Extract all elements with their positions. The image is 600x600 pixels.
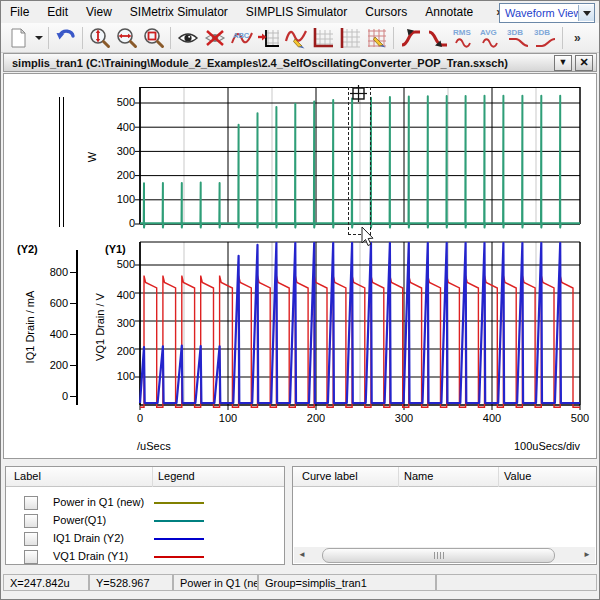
grid-vertical-line-icon <box>338 26 362 50</box>
curve-rise-button[interactable] <box>397 24 424 51</box>
toolbar-overflow-chevron[interactable]: » <box>574 31 581 45</box>
w-axis-tick: 0 <box>105 217 135 229</box>
menu-cursors[interactable]: Cursors <box>356 2 416 22</box>
axes-grid-icon <box>311 26 335 50</box>
zoom-rectangle-button[interactable] <box>140 24 167 51</box>
rms-icon: RMS <box>452 26 478 50</box>
hide-curve-button[interactable] <box>201 24 228 51</box>
toolbar-separator <box>393 27 394 49</box>
status-group: Group=simplis_tran1 <box>258 574 436 591</box>
y2-axis-tickmark <box>70 334 76 335</box>
curve-label: Power(Q1) <box>53 514 106 526</box>
graph-window-titlebar[interactable]: simplis_tran1 (C:\Training\Module_2_Exam… <box>3 53 597 72</box>
curve-checkbox[interactable] <box>24 550 38 564</box>
legend-row[interactable]: VQ1 Drain (Y1) <box>6 548 284 566</box>
status-cursor-x: X=247.842u <box>3 574 89 591</box>
axis-grab-handle[interactable] <box>63 97 64 227</box>
y2-axis-tickmark <box>70 396 76 397</box>
legend-row[interactable]: Power in Q1 (new) <box>6 494 284 512</box>
w-axis-tick: 500 <box>105 96 135 108</box>
scrollbar-thumb[interactable] <box>322 548 555 563</box>
undo-button[interactable] <box>52 24 79 51</box>
scroll-left-arrow[interactable]: ◄ <box>294 547 310 563</box>
header-name: Name <box>404 470 433 482</box>
menu-bar: File Edit View SIMetrix Simulator SIMPLI… <box>1 1 599 23</box>
svg-text:3DB: 3DB <box>534 28 550 37</box>
viewer-mode-dropdown-button[interactable] <box>578 5 594 21</box>
y2-axis-tick: 400 <box>40 328 68 340</box>
menu-simetrix-simulator[interactable]: SIMetrix Simulator <box>121 2 237 22</box>
waveform-graph-panel[interactable]: 0 100 200 300 400 500 W (Y2) (Y1) 800 60… <box>3 73 597 459</box>
zoom-vertical-icon <box>88 26 112 50</box>
legend-row[interactable]: IQ1 Drain (Y2) <box>6 530 284 548</box>
y2-axis-tick: 200 <box>40 359 68 371</box>
horizontal-scrollbar[interactable]: ◄ ► <box>294 547 595 563</box>
w-axis-tick: 300 <box>105 145 135 157</box>
curve-label: IQ1 Drain (Y2) <box>53 532 124 544</box>
svg-text:ABC: ABC <box>233 31 250 40</box>
eye-icon <box>176 26 200 50</box>
zoom-y-button[interactable] <box>86 24 113 51</box>
x-axis-tick: 100 <box>213 412 243 424</box>
edit-grid-button[interactable] <box>363 24 390 51</box>
svg-text:AVG: AVG <box>480 28 497 37</box>
y2-axis-tickmark <box>70 303 76 304</box>
curve-color-swatch <box>154 520 204 522</box>
x-axis-per-div: 100uSecs/div <box>440 440 580 452</box>
avg-icon: AVG <box>479 26 505 50</box>
new-document-button[interactable] <box>5 24 32 51</box>
zoom-x-button[interactable] <box>113 24 140 51</box>
curve-color-swatch <box>154 556 204 558</box>
curve-checkbox[interactable] <box>24 514 38 528</box>
crosshair-cursor-icon[interactable] <box>349 84 369 104</box>
3db-falling-icon: 3DB <box>506 26 532 50</box>
scrollbar-track[interactable] <box>310 547 579 563</box>
edit-curve-button[interactable] <box>282 24 309 51</box>
axis-grab-handle[interactable] <box>59 97 60 227</box>
close-icon[interactable]: ✕ <box>575 55 593 71</box>
header-curve-label: Curve label <box>302 470 358 482</box>
annotate-curve-button[interactable]: ABC <box>228 24 255 51</box>
new-document-icon <box>8 27 30 49</box>
scrollbar-grip <box>434 552 444 559</box>
column-divider <box>152 467 153 487</box>
curve-fall-button[interactable] <box>424 24 451 51</box>
svg-text:RMS: RMS <box>453 28 471 37</box>
legend-panel: Label Legend Power in Q1 (new) Power(Q1)… <box>5 466 285 565</box>
avg-button[interactable]: AVG <box>478 24 505 51</box>
w-axis-tick: 400 <box>105 121 135 133</box>
menu-edit[interactable]: Edit <box>38 2 77 22</box>
menu-view[interactable]: View <box>77 2 121 22</box>
new-document-dropdown[interactable] <box>32 24 45 51</box>
status-empty <box>436 574 597 591</box>
legend-row[interactable]: Power(Q1) <box>6 512 284 530</box>
eye-crossed-icon <box>203 26 227 50</box>
3db-highpass-button[interactable]: 3DB <box>532 24 559 51</box>
menu-simplis-simulator[interactable]: SIMPLIS Simulator <box>237 2 356 22</box>
toolbar-separator <box>562 27 563 49</box>
menu-file[interactable]: File <box>1 2 38 22</box>
move-curve-to-axis-button[interactable] <box>255 24 282 51</box>
menu-annotate[interactable]: Annotate <box>416 2 482 22</box>
viewer-mode-select[interactable]: Waveform Viewer <box>499 3 595 23</box>
add-axis-button[interactable] <box>309 24 336 51</box>
graph-window-menu-button[interactable]: ▼ <box>554 55 572 71</box>
add-grid-division-button[interactable] <box>336 24 363 51</box>
rms-button[interactable]: RMS <box>451 24 478 51</box>
3db-lowpass-button[interactable]: 3DB <box>505 24 532 51</box>
curve-label-icon: ABC <box>230 26 254 50</box>
column-divider <box>498 467 499 487</box>
curve-checkbox[interactable] <box>24 496 38 510</box>
curve-checkbox[interactable] <box>24 532 38 546</box>
y2-axis-label: IQ1 Drain / mA <box>24 279 36 375</box>
toolbar-separator <box>48 27 49 49</box>
curve-pencil-icon <box>284 26 308 50</box>
y1-axis-tick: 200 <box>105 345 135 357</box>
graph-cursor-box[interactable] <box>348 87 371 235</box>
x-axis-tick: 500 <box>565 412 595 424</box>
show-curve-button[interactable] <box>174 24 201 51</box>
scroll-right-arrow[interactable]: ► <box>579 547 595 563</box>
y2-axis-tick: 0 <box>40 390 68 402</box>
status-curve-name: Power in Q1 (new) <box>173 574 258 591</box>
s-curve-down-arrow-icon <box>426 26 450 50</box>
